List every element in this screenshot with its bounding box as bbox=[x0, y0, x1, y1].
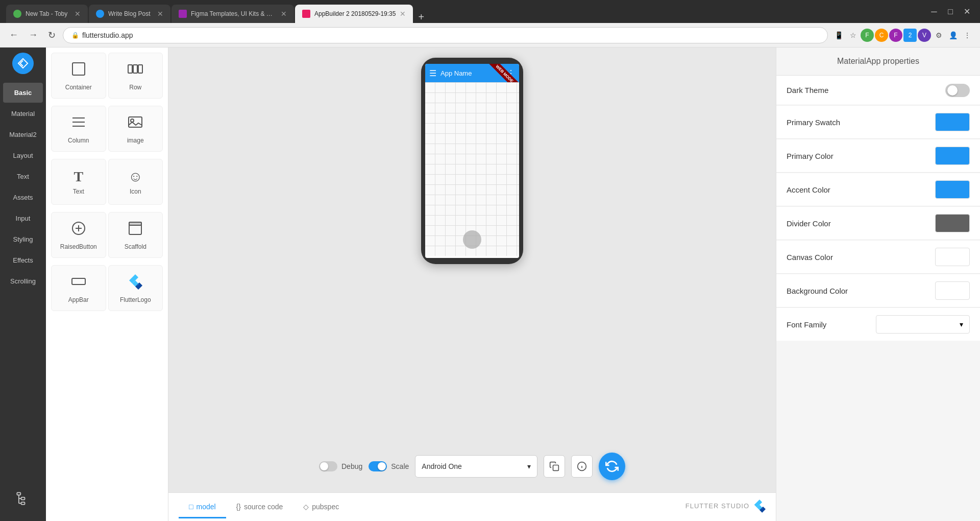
widget-row[interactable]: Row bbox=[108, 53, 163, 99]
extension-icons: 📱 ☆ F C F 2 V ⚙ 👤 ⋮ bbox=[832, 29, 974, 42]
ribbon-container: WEB MODE bbox=[478, 64, 519, 82]
svg-rect-7 bbox=[72, 63, 85, 75]
sidebar-nav: Basic Material Material2 Layout Text Ass… bbox=[0, 82, 46, 487]
dark-theme-toggle-knob bbox=[947, 85, 958, 96]
flutterlogo-label: FlutterLogo bbox=[120, 296, 151, 303]
tree-icon[interactable] bbox=[12, 487, 34, 513]
info-button[interactable] bbox=[571, 455, 593, 478]
ext4[interactable]: 2 bbox=[903, 29, 917, 42]
primary-swatch-color[interactable] bbox=[935, 113, 970, 131]
primary-swatch-label: Primary Swatch bbox=[787, 118, 935, 127]
app-logo[interactable] bbox=[12, 53, 34, 74]
ext1[interactable]: F bbox=[861, 29, 874, 42]
divider-color-swatch[interactable] bbox=[935, 214, 970, 232]
phone-appbar-title: App Name bbox=[440, 69, 472, 77]
dark-theme-toggle[interactable] bbox=[945, 84, 970, 97]
web-mode-ribbon: WEB MODE bbox=[484, 64, 519, 82]
browser-tab-4[interactable]: AppBuilder 2 20180529-19:35 ✕ bbox=[295, 5, 413, 23]
widget-column[interactable]: Column bbox=[51, 106, 106, 152]
browser-tab-1[interactable]: New Tab - Toby ✕ bbox=[6, 5, 88, 23]
svg-rect-14 bbox=[129, 117, 142, 127]
model-tab-label: model bbox=[196, 503, 215, 511]
scale-toggle-group: Scale bbox=[369, 461, 409, 471]
settings-icon[interactable]: ⚙ bbox=[932, 29, 945, 42]
accent-color-swatch[interactable] bbox=[935, 180, 970, 199]
sidebar-narrow: Basic Material Material2 Layout Text Ass… bbox=[0, 48, 46, 521]
tab-model[interactable]: □ model bbox=[179, 496, 226, 518]
source-tab-icon: {} bbox=[236, 503, 241, 511]
tab-title-1: New Tab - Toby bbox=[26, 10, 70, 17]
tab-close-3[interactable]: ✕ bbox=[281, 10, 287, 18]
widget-flutterlogo[interactable]: FlutterLogo bbox=[108, 265, 163, 311]
divider-color-value bbox=[935, 214, 970, 232]
widget-container[interactable]: Container bbox=[51, 53, 106, 99]
ext2[interactable]: C bbox=[875, 29, 888, 42]
sidebar-item-assets[interactable]: Assets bbox=[3, 187, 43, 207]
property-canvas-color: Canvas Color bbox=[776, 241, 980, 274]
widget-text[interactable]: T Text bbox=[51, 159, 106, 205]
debug-toggle-switch[interactable] bbox=[319, 461, 337, 471]
canvas-color-swatch[interactable] bbox=[935, 248, 970, 266]
phone-home-indicator bbox=[463, 230, 481, 249]
tab-favicon-3 bbox=[179, 10, 187, 18]
tab-source-code[interactable]: {} source code bbox=[226, 496, 293, 518]
back-button[interactable]: ← bbox=[6, 28, 21, 42]
scale-toggle-switch[interactable] bbox=[369, 461, 387, 471]
cast-icon[interactable]: 📱 bbox=[832, 29, 845, 42]
raisedbutton-label: RaisedButton bbox=[60, 243, 97, 250]
phone-menu-icon: ☰ bbox=[429, 68, 436, 78]
sidebar-item-text[interactable]: Text bbox=[3, 167, 43, 186]
svg-rect-20 bbox=[129, 222, 141, 225]
property-font-family: Font Family ▾ bbox=[776, 308, 980, 341]
profile-icon[interactable]: 👤 bbox=[946, 29, 960, 42]
tab-close-4[interactable]: ✕ bbox=[400, 10, 406, 18]
more-icon[interactable]: ⋮ bbox=[961, 29, 974, 42]
accent-color-label: Accent Color bbox=[787, 185, 935, 194]
tab-pubspec[interactable]: ◇ pubspec bbox=[293, 496, 349, 518]
tab-close-2[interactable]: ✕ bbox=[157, 10, 163, 18]
reload-button[interactable]: ↻ bbox=[45, 28, 59, 43]
widget-raisedbutton[interactable]: RaisedButton bbox=[51, 212, 106, 258]
sidebar-item-material[interactable]: Material bbox=[3, 104, 43, 124]
column-label: Column bbox=[68, 137, 89, 144]
image-label: image bbox=[127, 137, 144, 144]
sidebar-item-material2[interactable]: Material2 bbox=[3, 125, 43, 145]
sidebar-item-input[interactable]: Input bbox=[3, 208, 43, 228]
property-primary-color: Primary Color bbox=[776, 139, 980, 173]
svg-rect-22 bbox=[553, 465, 559, 471]
sidebar-item-styling[interactable]: Styling bbox=[3, 229, 43, 249]
appbar-icon bbox=[70, 273, 87, 293]
background-color-swatch[interactable] bbox=[935, 281, 970, 300]
widget-scaffold[interactable]: Scaffold bbox=[108, 212, 163, 258]
font-family-select[interactable]: ▾ bbox=[876, 315, 970, 334]
bottom-tabs: □ model {} source code ◇ pubspec FLUTTER… bbox=[168, 492, 776, 521]
ext3[interactable]: F bbox=[889, 29, 902, 42]
sidebar-item-layout[interactable]: Layout bbox=[3, 146, 43, 165]
phone-appbar: ☰ App Name ⋮ WEB MODE bbox=[425, 64, 519, 82]
close-button[interactable]: ✕ bbox=[960, 5, 974, 19]
tab-close-1[interactable]: ✕ bbox=[75, 10, 81, 18]
device-select[interactable]: Android One ▾ bbox=[415, 455, 537, 478]
widget-appbar[interactable]: AppBar bbox=[51, 265, 106, 311]
row-icon bbox=[127, 61, 143, 81]
minimize-button[interactable]: ─ bbox=[927, 5, 941, 19]
forward-button[interactable]: → bbox=[26, 28, 41, 42]
scaffold-label: Scaffold bbox=[125, 243, 146, 250]
sidebar-item-scrolling[interactable]: Scrolling bbox=[3, 271, 43, 291]
sidebar-item-effects[interactable]: Effects bbox=[3, 250, 43, 270]
refresh-button[interactable] bbox=[599, 453, 625, 480]
bookmark-icon[interactable]: ☆ bbox=[846, 29, 860, 42]
maximize-button[interactable]: □ bbox=[943, 5, 958, 19]
new-tab-button[interactable]: + bbox=[414, 11, 428, 23]
copy-code-button[interactable] bbox=[544, 455, 565, 478]
address-bar[interactable]: 🔒 flutterstudio.app bbox=[63, 27, 828, 43]
widget-icon[interactable]: ☺ Icon bbox=[108, 159, 163, 205]
primary-color-swatch[interactable] bbox=[935, 147, 970, 165]
right-panel: MaterialApp properties Dark Theme Primar… bbox=[776, 48, 980, 521]
browser-tab-3[interactable]: Figma Templates, UI Kits & Reso... ✕ bbox=[172, 5, 294, 23]
sidebar-item-basic[interactable]: Basic bbox=[3, 83, 43, 103]
widget-image[interactable]: image bbox=[108, 106, 163, 152]
ext5[interactable]: V bbox=[918, 29, 931, 42]
image-icon bbox=[127, 114, 143, 134]
browser-tab-2[interactable]: Write Blog Post ✕ bbox=[89, 5, 170, 23]
